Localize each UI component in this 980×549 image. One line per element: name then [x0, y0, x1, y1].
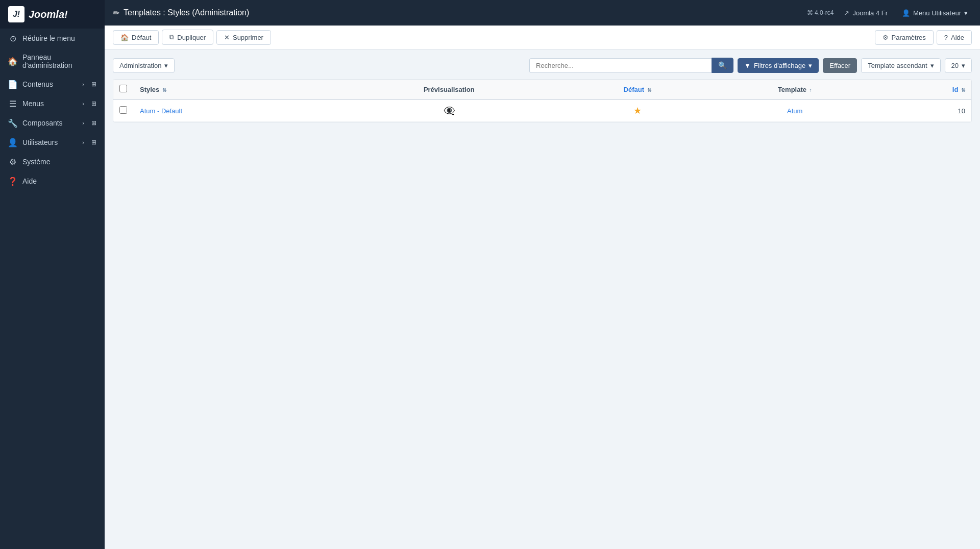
topbar-right: ⌘ 4.0-rc4 ↗ Joomla 4 Fr 👤 Menu Utilisate… — [807, 7, 972, 19]
scope-filter-dropdown[interactable]: Administration ▾ — [113, 58, 175, 73]
sort-dropdown[interactable]: Template ascendant ▾ — [861, 58, 940, 73]
preview-column-label: Prévisualisation — [424, 86, 475, 93]
sidebar-item-label: Système — [22, 158, 96, 166]
preview-hidden-icon: 👁‍🗨 — [444, 106, 455, 116]
pencil-icon: ✏ — [113, 8, 119, 18]
sidebar-item-reduire-menu[interactable]: ⊙ Réduire le menu — [0, 29, 105, 48]
chevron-down-icon: ▾ — [808, 62, 812, 69]
help-button[interactable]: ? Aide — [937, 30, 972, 45]
template-column-label: Template — [778, 86, 806, 93]
clear-label: Effacer — [829, 62, 850, 69]
default-star-icon[interactable]: ★ — [633, 106, 642, 116]
sort-up-icon: ↑ — [810, 87, 812, 93]
per-page-dropdown[interactable]: 20 ▾ — [945, 58, 972, 73]
chevron-down-icon: ▾ — [962, 62, 965, 69]
utilisateurs-icon: 👤 — [8, 138, 17, 147]
search-box: 🔍 — [529, 58, 733, 73]
row-checkbox[interactable] — [119, 106, 127, 114]
sort-label: Template ascendant — [868, 62, 927, 69]
filters-display-label: Filtres d'affichage — [754, 62, 805, 69]
sidebar: J! Joomla! ⊙ Réduire le menu 🏠 Panneau d… — [0, 0, 105, 549]
grid-icon: ⊞ — [91, 139, 96, 146]
id-column-label: Id — [952, 86, 959, 93]
sidebar-item-contenus[interactable]: 📄 Contenus › ⊞ — [0, 74, 105, 94]
topbar-title-text: Templates : Styles (Administration) — [124, 8, 249, 17]
chevron-right-icon: › — [82, 120, 84, 126]
style-link[interactable]: Atum - Default — [140, 107, 182, 115]
row-name-cell: Atum - Default — [134, 99, 334, 122]
params-label: Paramètres — [892, 34, 926, 41]
contenus-icon: 📄 — [8, 80, 17, 89]
grid-icon: ⊞ — [91, 100, 96, 107]
default-button[interactable]: 🏠 Défaut — [113, 30, 159, 45]
template-link[interactable]: Atum — [787, 107, 802, 115]
filterbar: Administration ▾ 🔍 ▼ Filtres d'affichage… — [113, 58, 972, 73]
gear-icon: ⚙ — [883, 34, 889, 41]
user-icon: 👤 — [902, 9, 910, 17]
row-preview-cell: 👁‍🗨 — [334, 99, 565, 122]
col-check-header — [113, 80, 134, 99]
per-page-value: 20 — [951, 62, 959, 69]
table-row: Atum - Default 👁‍🗨 ★ Atum 10 — [113, 99, 971, 122]
grid-icon: ⊞ — [91, 119, 96, 127]
col-preview-header: Prévisualisation — [334, 80, 565, 99]
delete-label: Supprimer — [233, 34, 263, 41]
scope-filter-label: Administration — [119, 62, 161, 69]
sort-arrows-icon: ⇅ — [961, 87, 965, 93]
user-menu-label: Menu Utilisateur — [913, 9, 961, 17]
aide-icon: ❓ — [8, 177, 17, 186]
delete-button[interactable]: ✕ Supprimer — [216, 30, 271, 45]
help-icon: ? — [944, 34, 948, 41]
styles-table: Styles ⇅ Prévisualisation Défaut ⇅ Templ… — [113, 79, 972, 122]
delete-icon: ✕ — [224, 34, 230, 41]
sidebar-item-label: Utilisateurs — [22, 138, 77, 146]
params-button[interactable]: ⚙ Paramètres — [875, 30, 934, 45]
actionbar: 🏠 Défaut ⧉ Dupliquer ✕ Supprimer ⚙ Param… — [105, 26, 980, 49]
row-default-cell: ★ — [565, 99, 710, 122]
default-label: Défaut — [132, 34, 151, 41]
sidebar-item-label: Réduire le menu — [22, 34, 96, 42]
menu-reduce-icon: ⊙ — [8, 34, 17, 43]
sidebar-item-label: Composants — [22, 119, 77, 127]
topbar: ✏ Templates : Styles (Administration) ⌘ … — [105, 0, 980, 26]
styles-column-label: Styles — [140, 86, 159, 93]
select-all-checkbox[interactable] — [119, 85, 127, 92]
sidebar-item-panneau[interactable]: 🏠 Panneau d'administration — [0, 48, 105, 74]
sidebar-item-composants[interactable]: 🔧 Composants › ⊞ — [0, 113, 105, 133]
systeme-icon: ⚙ — [8, 157, 17, 166]
joomla-logo-icon: J! — [8, 6, 24, 22]
version-badge: ⌘ 4.0-rc4 — [807, 9, 834, 16]
user-menu-button[interactable]: 👤 Menu Utilisateur ▾ — [898, 7, 972, 19]
row-id-cell: 10 — [879, 99, 971, 122]
sidebar-item-label: Panneau d'administration — [22, 53, 96, 69]
col-id-header: Id ⇅ — [879, 80, 971, 99]
sidebar-item-systeme[interactable]: ⚙ Système — [0, 152, 105, 171]
content-area: Administration ▾ 🔍 ▼ Filtres d'affichage… — [105, 49, 980, 549]
joomla-link-label: Joomla 4 Fr — [852, 9, 888, 17]
duplicate-button[interactable]: ⧉ Dupliquer — [162, 30, 213, 45]
search-input[interactable] — [529, 58, 712, 73]
external-link-icon: ↗ — [844, 9, 849, 17]
filters-display-button[interactable]: ▼ Filtres d'affichage ▾ — [738, 58, 819, 73]
row-template-cell: Atum — [710, 99, 879, 122]
chevron-right-icon: › — [82, 139, 84, 145]
sidebar-item-menus[interactable]: ☰ Menus › ⊞ — [0, 94, 105, 113]
sidebar-item-utilisateurs[interactable]: 👤 Utilisateurs › ⊞ — [0, 133, 105, 152]
clear-button[interactable]: Effacer — [823, 58, 857, 73]
filter-icon: ▼ — [744, 62, 751, 69]
sidebar-logo: J! Joomla! — [0, 0, 105, 29]
sidebar-item-label: Menus — [22, 99, 77, 108]
sort-arrows-icon: ⇅ — [647, 87, 651, 93]
help-label: Aide — [951, 34, 964, 41]
dashboard-icon: 🏠 — [8, 57, 17, 66]
joomla-logo-text: Joomla! — [29, 9, 68, 20]
main-content: ✏ Templates : Styles (Administration) ⌘ … — [105, 0, 980, 549]
search-icon: 🔍 — [718, 61, 727, 69]
chevron-down-icon: ▾ — [930, 62, 934, 69]
joomla-link-button[interactable]: ↗ Joomla 4 Fr — [840, 7, 892, 19]
page-title: ✏ Templates : Styles (Administration) — [113, 8, 801, 18]
col-styles-header: Styles ⇅ — [134, 80, 334, 99]
search-button[interactable]: 🔍 — [712, 58, 733, 73]
copy-icon: ⧉ — [169, 33, 174, 41]
sidebar-item-aide[interactable]: ❓ Aide — [0, 171, 105, 191]
